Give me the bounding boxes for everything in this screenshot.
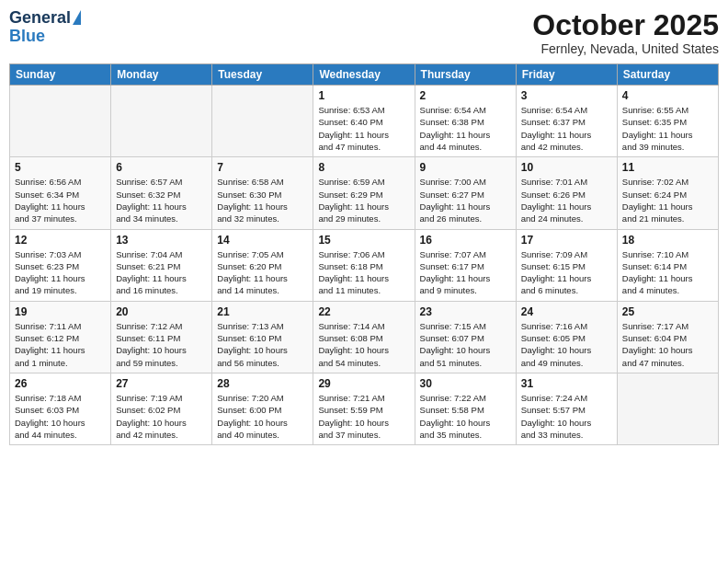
weekday-header-row: SundayMondayTuesdayWednesdayThursdayFrid… <box>10 64 719 86</box>
day-info: Sunrise: 6:55 AM Sunset: 6:35 PM Dayligh… <box>622 104 713 153</box>
month-title: October 2025 <box>532 9 719 41</box>
weekday-header-thursday: Thursday <box>415 64 516 86</box>
day-info: Sunrise: 7:18 AM Sunset: 6:03 PM Dayligh… <box>15 392 106 441</box>
calendar-day: 28Sunrise: 7:20 AM Sunset: 6:00 PM Dayli… <box>212 373 313 444</box>
weekday-header-tuesday: Tuesday <box>212 64 313 86</box>
calendar-week-4: 19Sunrise: 7:11 AM Sunset: 6:12 PM Dayli… <box>10 301 719 373</box>
calendar-day: 1Sunrise: 6:53 AM Sunset: 6:40 PM Daylig… <box>313 86 415 157</box>
day-number: 28 <box>217 377 308 390</box>
day-info: Sunrise: 7:01 AM Sunset: 6:26 PM Dayligh… <box>521 176 612 224</box>
day-number: 31 <box>521 377 612 390</box>
weekday-header-saturday: Saturday <box>617 64 718 86</box>
day-info: Sunrise: 7:17 AM Sunset: 6:04 PM Dayligh… <box>622 320 713 369</box>
day-number: 19 <box>15 305 106 318</box>
calendar-day: 25Sunrise: 7:17 AM Sunset: 6:04 PM Dayli… <box>617 301 718 373</box>
calendar-table: SundayMondayTuesdayWednesdayThursdayFrid… <box>9 63 719 445</box>
day-number: 23 <box>420 305 511 318</box>
logo-triangle-icon <box>73 10 81 25</box>
day-info: Sunrise: 7:02 AM Sunset: 6:24 PM Dayligh… <box>622 176 713 224</box>
calendar-day: 20Sunrise: 7:12 AM Sunset: 6:11 PM Dayli… <box>111 301 212 373</box>
day-number: 9 <box>420 161 511 174</box>
day-number: 4 <box>622 89 713 102</box>
day-info: Sunrise: 6:56 AM Sunset: 6:34 PM Dayligh… <box>15 176 106 224</box>
day-info: Sunrise: 7:13 AM Sunset: 6:10 PM Dayligh… <box>217 320 308 369</box>
logo: General Blue <box>9 9 81 46</box>
calendar-day: 8Sunrise: 6:59 AM Sunset: 6:29 PM Daylig… <box>313 157 415 229</box>
day-info: Sunrise: 7:09 AM Sunset: 6:15 PM Dayligh… <box>521 248 612 297</box>
weekday-header-wednesday: Wednesday <box>313 64 415 86</box>
day-info: Sunrise: 7:22 AM Sunset: 5:58 PM Dayligh… <box>420 392 511 441</box>
weekday-header-friday: Friday <box>516 64 617 86</box>
calendar-day: 5Sunrise: 6:56 AM Sunset: 6:34 PM Daylig… <box>10 157 111 229</box>
day-info: Sunrise: 7:12 AM Sunset: 6:11 PM Dayligh… <box>116 320 207 369</box>
calendar-day: 29Sunrise: 7:21 AM Sunset: 5:59 PM Dayli… <box>313 373 415 444</box>
day-number: 3 <box>521 89 612 102</box>
day-number: 24 <box>521 305 612 318</box>
day-info: Sunrise: 7:14 AM Sunset: 6:08 PM Dayligh… <box>318 320 409 369</box>
day-number: 16 <box>420 234 511 247</box>
day-number: 10 <box>521 161 612 174</box>
calendar-day: 15Sunrise: 7:06 AM Sunset: 6:18 PM Dayli… <box>313 229 415 301</box>
day-number: 29 <box>318 377 409 390</box>
day-number: 6 <box>116 161 207 174</box>
calendar-week-3: 12Sunrise: 7:03 AM Sunset: 6:23 PM Dayli… <box>10 229 719 301</box>
calendar-day: 24Sunrise: 7:16 AM Sunset: 6:05 PM Dayli… <box>516 301 617 373</box>
weekday-header-sunday: Sunday <box>10 64 111 86</box>
page-header: General Blue October 2025 Fernley, Nevad… <box>9 9 719 56</box>
day-info: Sunrise: 6:54 AM Sunset: 6:38 PM Dayligh… <box>420 104 511 153</box>
calendar-day: 18Sunrise: 7:10 AM Sunset: 6:14 PM Dayli… <box>617 229 718 301</box>
calendar-day: 14Sunrise: 7:05 AM Sunset: 6:20 PM Dayli… <box>212 229 313 301</box>
day-number: 30 <box>420 377 511 390</box>
logo-text-general: General <box>9 9 71 28</box>
day-info: Sunrise: 7:00 AM Sunset: 6:27 PM Dayligh… <box>420 176 511 224</box>
day-number: 17 <box>521 234 612 247</box>
day-number: 22 <box>318 305 409 318</box>
day-number: 27 <box>116 377 207 390</box>
calendar-week-1: 1Sunrise: 6:53 AM Sunset: 6:40 PM Daylig… <box>10 86 719 157</box>
location-text: Fernley, Nevada, United States <box>532 41 719 56</box>
day-info: Sunrise: 7:16 AM Sunset: 6:05 PM Dayligh… <box>521 320 612 369</box>
calendar-day: 26Sunrise: 7:18 AM Sunset: 6:03 PM Dayli… <box>10 373 111 444</box>
calendar-day: 2Sunrise: 6:54 AM Sunset: 6:38 PM Daylig… <box>415 86 516 157</box>
day-number: 15 <box>318 234 409 247</box>
day-info: Sunrise: 7:07 AM Sunset: 6:17 PM Dayligh… <box>420 248 511 297</box>
day-number: 25 <box>622 305 713 318</box>
day-number: 21 <box>217 305 308 318</box>
day-info: Sunrise: 6:53 AM Sunset: 6:40 PM Dayligh… <box>318 104 409 153</box>
day-info: Sunrise: 6:59 AM Sunset: 6:29 PM Dayligh… <box>318 176 409 224</box>
day-number: 14 <box>217 234 308 247</box>
day-info: Sunrise: 7:04 AM Sunset: 6:21 PM Dayligh… <box>116 248 207 297</box>
calendar-week-5: 26Sunrise: 7:18 AM Sunset: 6:03 PM Dayli… <box>10 373 719 444</box>
weekday-header-monday: Monday <box>111 64 212 86</box>
logo-text-blue: Blue <box>9 27 45 45</box>
calendar-day: 22Sunrise: 7:14 AM Sunset: 6:08 PM Dayli… <box>313 301 415 373</box>
day-info: Sunrise: 7:15 AM Sunset: 6:07 PM Dayligh… <box>420 320 511 369</box>
day-number: 2 <box>420 89 511 102</box>
calendar-day <box>10 86 111 157</box>
day-info: Sunrise: 7:11 AM Sunset: 6:12 PM Dayligh… <box>15 320 106 369</box>
day-number: 18 <box>622 234 713 247</box>
calendar-day <box>617 373 718 444</box>
day-info: Sunrise: 6:58 AM Sunset: 6:30 PM Dayligh… <box>217 176 308 224</box>
day-info: Sunrise: 7:03 AM Sunset: 6:23 PM Dayligh… <box>15 248 106 297</box>
day-info: Sunrise: 7:20 AM Sunset: 6:00 PM Dayligh… <box>217 392 308 441</box>
calendar-day <box>212 86 313 157</box>
calendar-day: 13Sunrise: 7:04 AM Sunset: 6:21 PM Dayli… <box>111 229 212 301</box>
day-info: Sunrise: 7:10 AM Sunset: 6:14 PM Dayligh… <box>622 248 713 297</box>
calendar-day: 6Sunrise: 6:57 AM Sunset: 6:32 PM Daylig… <box>111 157 212 229</box>
calendar-day: 16Sunrise: 7:07 AM Sunset: 6:17 PM Dayli… <box>415 229 516 301</box>
calendar-day: 4Sunrise: 6:55 AM Sunset: 6:35 PM Daylig… <box>617 86 718 157</box>
calendar-day: 9Sunrise: 7:00 AM Sunset: 6:27 PM Daylig… <box>415 157 516 229</box>
calendar-day: 21Sunrise: 7:13 AM Sunset: 6:10 PM Dayli… <box>212 301 313 373</box>
calendar-day: 7Sunrise: 6:58 AM Sunset: 6:30 PM Daylig… <box>212 157 313 229</box>
day-number: 20 <box>116 305 207 318</box>
calendar-day: 17Sunrise: 7:09 AM Sunset: 6:15 PM Dayli… <box>516 229 617 301</box>
calendar-day <box>111 86 212 157</box>
calendar-day: 3Sunrise: 6:54 AM Sunset: 6:37 PM Daylig… <box>516 86 617 157</box>
calendar-day: 11Sunrise: 7:02 AM Sunset: 6:24 PM Dayli… <box>617 157 718 229</box>
day-number: 26 <box>15 377 106 390</box>
day-info: Sunrise: 7:21 AM Sunset: 5:59 PM Dayligh… <box>318 392 409 441</box>
day-number: 8 <box>318 161 409 174</box>
calendar-day: 12Sunrise: 7:03 AM Sunset: 6:23 PM Dayli… <box>10 229 111 301</box>
day-info: Sunrise: 7:06 AM Sunset: 6:18 PM Dayligh… <box>318 248 409 297</box>
